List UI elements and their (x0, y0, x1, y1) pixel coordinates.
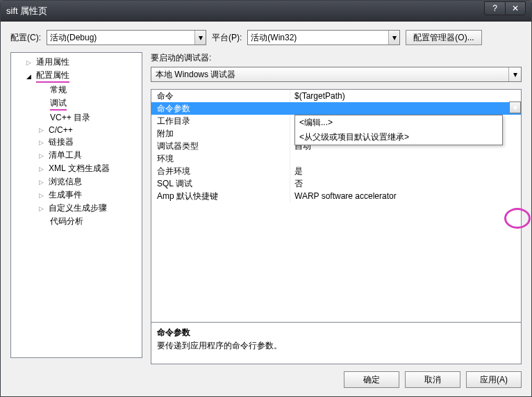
tree-item[interactable]: 代码分析 (11, 215, 142, 228)
grid-row[interactable]: 合并环境是 (151, 165, 521, 177)
debugger-label: 要启动的调试器: (151, 52, 522, 64)
desc-title: 命令参数 (157, 327, 515, 339)
tree-item-debug[interactable]: 调试 (11, 97, 142, 111)
chevron-down-icon: ▾ (513, 102, 517, 114)
tree-item[interactable]: ▷链接器 (11, 136, 142, 149)
property-grid: 命令$(TargetPath) 命令参数▾ 工作目录 附加 调试器类型自动 环境… (151, 89, 522, 364)
chevron-right-icon: ▷ (39, 152, 46, 159)
tree-view[interactable]: ▷通用属性 ◢配置属性 常规 调试 VC++ 目录 ▷C/C++ ▷链接器 ▷清… (10, 52, 142, 358)
tree-general[interactable]: ▷通用属性 (11, 56, 142, 69)
chevron-right-icon: ▷ (39, 192, 46, 199)
grid-row-selected[interactable]: 命令参数▾ (151, 102, 521, 115)
chevron-right-icon: ▷ (39, 127, 46, 133)
platform-combo[interactable]: 活动(Win32) ▾ (247, 30, 400, 45)
tree-item[interactable]: VC++ 目录 (11, 111, 142, 124)
chevron-right-icon: ▷ (39, 179, 46, 186)
close-button[interactable]: ✕ (505, 1, 526, 15)
chevron-right-icon: ▷ (39, 205, 46, 212)
titlebar[interactable]: sift 属性页 ? ✕ (1, 1, 531, 22)
platform-label: 平台(P): (212, 32, 242, 44)
chevron-down-icon: ▾ (194, 31, 206, 44)
debugger-combo[interactable]: 本地 Windows 调试器 ▾ (151, 67, 522, 82)
chevron-down-icon: ▾ (508, 67, 521, 81)
top-row: 配置(C): 活动(Debug) ▾ 平台(P): 活动(Win32) ▾ 配置… (10, 30, 522, 45)
config-combo[interactable]: 活动(Debug) ▾ (47, 30, 206, 45)
grid-row[interactable]: SQL 调试否 (151, 177, 521, 190)
tree-item[interactable]: 常规 (11, 83, 142, 97)
config-manager-button[interactable]: 配置管理器(O)... (406, 30, 481, 45)
grid-row[interactable]: Amp 默认快捷键WARP software accelerator (151, 190, 521, 202)
footer-buttons: 确定 取消 应用(A) (10, 364, 522, 388)
grid-row[interactable]: 命令$(TargetPath) (151, 90, 521, 102)
dropdown-button[interactable]: ▾ (509, 102, 521, 113)
platform-value: 活动(Win32) (251, 32, 297, 44)
popup-inherit[interactable]: <从父级或项目默认设置继承> (295, 130, 502, 145)
cancel-button[interactable]: 取消 (405, 371, 460, 388)
chevron-right-icon: ▷ (39, 139, 46, 146)
config-label: 配置(C): (10, 32, 41, 44)
tree-item[interactable]: ▷清单工具 (11, 149, 142, 162)
chevron-right-icon: ▷ (39, 165, 46, 172)
window-buttons: ? ✕ (484, 7, 526, 15)
debugger-value: 本地 Windows 调试器 (156, 69, 235, 81)
main-area: ▷通用属性 ◢配置属性 常规 调试 VC++ 目录 ▷C/C++ ▷链接器 ▷清… (10, 52, 522, 364)
tree-item[interactable]: ▷XML 文档生成器 (11, 162, 142, 175)
property-page-window: sift 属性页 ? ✕ 配置(C): 活动(Debug) ▾ 平台(P): 活… (0, 0, 532, 397)
popup-edit[interactable]: <编辑...> (295, 115, 502, 130)
grid-row[interactable]: 环境 (151, 152, 521, 165)
chevron-down-icon: ▾ (388, 31, 399, 44)
help-button[interactable]: ? (484, 1, 505, 15)
question-icon: ? (492, 3, 497, 13)
tree-item[interactable]: ▷生成事件 (11, 188, 142, 202)
tree-config-props[interactable]: ◢配置属性 (11, 69, 142, 83)
chevron-right-icon: ▷ (26, 59, 33, 66)
dropdown-popup[interactable]: <编辑...> <从父级或项目默认设置继承> (294, 115, 503, 145)
config-value: 活动(Debug) (50, 32, 97, 44)
tree-item[interactable]: ▷自定义生成步骤 (11, 202, 142, 215)
apply-button[interactable]: 应用(A) (466, 371, 522, 388)
window-title: sift 属性页 (6, 5, 484, 17)
desc-body: 要传递到应用程序的命令行参数。 (157, 340, 515, 352)
ok-button[interactable]: 确定 (344, 371, 399, 388)
right-pane: 要启动的调试器: 本地 Windows 调试器 ▾ 命令$(TargetPath… (142, 52, 522, 364)
close-icon: ✕ (512, 3, 519, 13)
tree-item[interactable]: ▷C/C++ (11, 124, 142, 136)
client-area: 配置(C): 活动(Debug) ▾ 平台(P): 活动(Win32) ▾ 配置… (1, 22, 531, 396)
tree-item[interactable]: ▷浏览信息 (11, 175, 142, 188)
chevron-down-icon: ◢ (26, 73, 33, 80)
description-panel: 命令参数 要传递到应用程序的命令行参数。 (151, 322, 521, 364)
